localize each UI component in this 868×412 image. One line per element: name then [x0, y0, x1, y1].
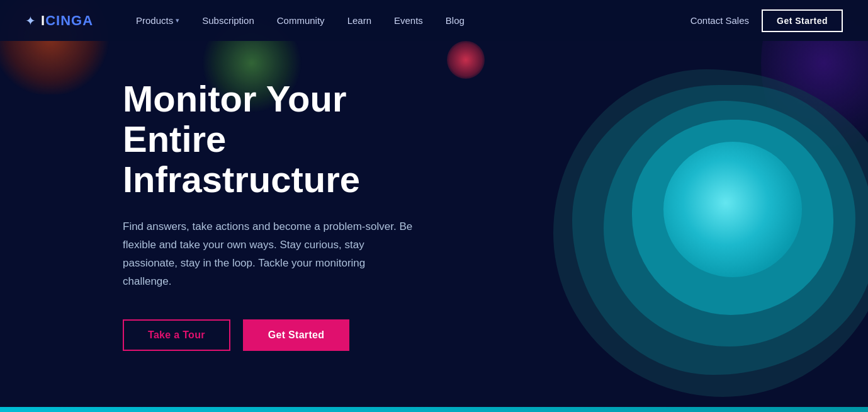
logo-icon: ✦ — [25, 13, 36, 28]
hero-section: Monitor Your Entire Infrastructure Find … — [0, 41, 441, 376]
bottom-accent-bar — [0, 407, 868, 412]
take-a-tour-button[interactable]: Take a Tour — [123, 319, 230, 351]
nav-item-products[interactable]: Products — [125, 0, 191, 41]
nav-item-events[interactable]: Events — [383, 0, 434, 41]
logo[interactable]: ✦ iCINGA — [25, 13, 93, 29]
nav-get-started-button[interactable]: Get Started — [762, 9, 843, 32]
hero-buttons: Take a Tour Get Started — [123, 319, 415, 351]
nav-item-subscription[interactable]: Subscription — [191, 0, 266, 41]
contact-sales-link[interactable]: Contact Sales — [690, 15, 749, 26]
logo-text: iCINGA — [41, 13, 93, 29]
nav-item-community[interactable]: Community — [266, 0, 336, 41]
main-navigation: ✦ iCINGA Products Subscription Community… — [0, 0, 868, 41]
bg-decoration-pink — [447, 41, 485, 79]
teal-orb-decoration — [528, 50, 868, 403]
hero-title: Monitor Your Entire Infrastructure — [123, 79, 415, 199]
nav-item-blog[interactable]: Blog — [434, 0, 476, 41]
nav-links: Products Subscription Community Learn Ev… — [125, 0, 690, 41]
get-started-button[interactable]: Get Started — [243, 319, 350, 351]
nav-actions: Contact Sales Get Started — [690, 9, 843, 32]
hero-subtitle: Find answers, take actions and become a … — [123, 218, 415, 291]
nav-item-learn[interactable]: Learn — [336, 0, 383, 41]
